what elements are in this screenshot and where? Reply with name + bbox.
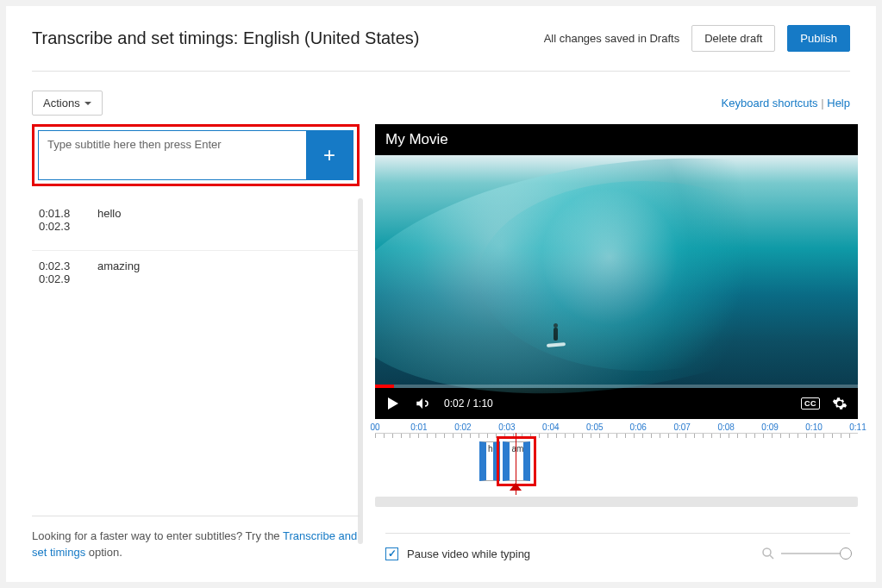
cc-icon: CC: [801, 397, 820, 410]
subtitle-start: 0:02.3: [39, 260, 82, 272]
timeline-segment[interactable]: hello: [479, 441, 500, 481]
pause-while-typing-label: Pause video while typing: [407, 547, 530, 560]
subtitle-times: 0:02.3 0:02.9: [39, 260, 82, 285]
highlight-input-area: +: [32, 124, 360, 186]
tip-footer: Looking for a faster way to enter subtit…: [32, 516, 360, 561]
ruler-label: 0:03: [498, 422, 515, 432]
subtitle-input-row: +: [38, 130, 353, 180]
zoom-slider[interactable]: [781, 553, 850, 554]
timeline-scrollbar[interactable]: [375, 497, 858, 507]
gear-icon: [832, 396, 848, 411]
actions-dropdown[interactable]: Actions: [32, 91, 103, 116]
ruler-label: 00: [370, 422, 379, 432]
subtitle-text: amazing: [97, 260, 140, 285]
video-time-display: 0:02 / 1:10: [444, 397, 493, 410]
keyboard-shortcuts-link[interactable]: Keyboard shortcuts: [722, 97, 818, 109]
ruler-label: 0:02: [454, 422, 471, 432]
settings-button[interactable]: [832, 396, 848, 411]
timeline-track[interactable]: hello amazi: [375, 438, 858, 485]
video-time-current: 0:02: [444, 397, 464, 410]
publish-button[interactable]: Publish: [787, 25, 850, 52]
ruler-label: 0:01: [410, 422, 427, 432]
video-content-illustration: [547, 328, 565, 350]
subtitle-end: 0:02.3: [39, 220, 82, 233]
playback-footer: ✓ Pause video while typing: [385, 533, 850, 561]
check-icon: ✓: [388, 547, 397, 560]
zoom-slider-knob[interactable]: [840, 547, 852, 560]
play-button[interactable]: [385, 396, 401, 411]
pause-while-typing-checkbox[interactable]: ✓: [385, 547, 398, 560]
subtitle-row[interactable]: 0:02.3 0:02.9 amazing: [32, 250, 360, 303]
subtitle-times: 0:01.8 0:02.3: [39, 207, 82, 233]
ruler-label: 0:05: [586, 422, 603, 432]
ruler-label: 0:09: [761, 422, 778, 432]
svg-point-0: [763, 548, 771, 556]
add-subtitle-button[interactable]: +: [306, 131, 353, 179]
header-actions: All changes saved in Drafts Delete draft…: [544, 25, 850, 52]
ruler-label: 0:07: [673, 422, 690, 432]
video-controls: 0:02 / 1:10 CC: [375, 388, 858, 419]
captions-button[interactable]: CC: [803, 396, 818, 411]
tip-text-post: option.: [85, 546, 122, 559]
ruler-label: 0:11: [849, 422, 866, 432]
save-status-text: All changes saved in Drafts: [544, 32, 680, 45]
ruler-label: 0:04: [542, 422, 559, 432]
tip-text-pre: Looking for a faster way to enter subtit…: [32, 529, 283, 542]
separator: |: [821, 97, 823, 109]
ruler-label: 0:08: [717, 422, 734, 432]
ruler-label: 0:10: [805, 422, 822, 432]
subtitle-list: 0:01.8 0:02.3 hello 0:02.3 0:02.9 amazin…: [32, 198, 360, 303]
timeline[interactable]: 00 0:01 0:02 0:03 0:04 0:05 0:06 0:07 0:…: [375, 422, 858, 507]
subtitle-start: 0:01.8: [39, 207, 82, 220]
help-links: Keyboard shortcuts | Help: [722, 97, 850, 109]
svg-line-1: [770, 555, 773, 559]
play-icon: [388, 397, 398, 410]
subtitle-row[interactable]: 0:01.8 0:02.3 hello: [32, 198, 360, 250]
volume-button[interactable]: [415, 396, 430, 411]
search-icon[interactable]: [760, 546, 776, 561]
subtitle-text-input[interactable]: [39, 131, 306, 179]
video-time-total: 1:10: [472, 397, 492, 410]
page-title: Transcribe and set timings: English (Uni…: [32, 28, 419, 48]
video-column: My Movie 0:02 / 1:10: [375, 124, 858, 507]
video-frame: [375, 155, 858, 388]
subtitle-end: 0:02.9: [39, 272, 82, 285]
chevron-down-icon: [84, 102, 91, 105]
zoom-controls: [760, 546, 850, 561]
video-player[interactable]: My Movie 0:02 / 1:10: [375, 124, 858, 419]
delete-draft-button[interactable]: Delete draft: [691, 25, 775, 52]
help-link[interactable]: Help: [827, 97, 850, 109]
subtitle-text: hello: [97, 207, 121, 233]
page-header: Transcribe and set timings: English (Uni…: [32, 25, 850, 72]
video-title: My Movie: [375, 124, 858, 155]
ruler-label: 0:06: [629, 422, 646, 432]
timeline-ruler: 00 0:01 0:02 0:03 0:04 0:05 0:06 0:07 0:…: [375, 422, 858, 435]
subtitle-editor-column: + 0:01.8 0:02.3 hello 0:02.3: [32, 124, 360, 507]
playhead-marker-icon[interactable]: [510, 483, 522, 491]
actions-label: Actions: [43, 97, 80, 109]
timeline-segment-selected[interactable]: amazi: [503, 441, 530, 481]
toolbar-row: Actions Keyboard shortcuts | Help: [32, 91, 850, 116]
volume-icon: [415, 395, 430, 412]
plus-icon: +: [323, 143, 335, 167]
